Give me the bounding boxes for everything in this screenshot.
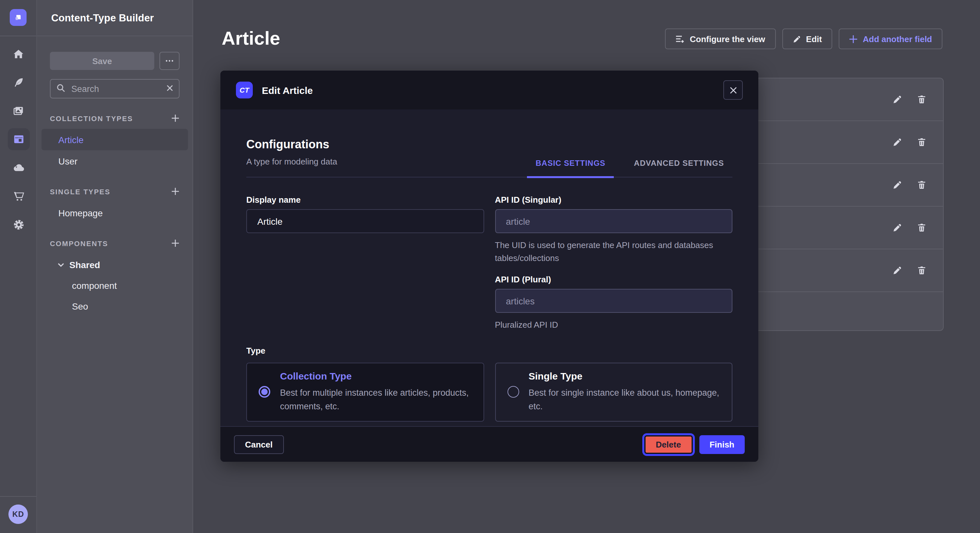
sidebar-item-article[interactable]: Article: [41, 129, 188, 150]
configure-list-icon: [676, 34, 685, 43]
app-window: KD Content-Type Builder Save: [0, 0, 980, 533]
add-component-icon[interactable]: [171, 239, 180, 247]
api-id-plural-input[interactable]: [495, 289, 732, 313]
close-modal-button[interactable]: [723, 80, 743, 100]
edit-field-icon[interactable]: [892, 265, 902, 275]
edit-field-icon[interactable]: [892, 223, 902, 233]
rail-bottom-divider: [0, 496, 36, 497]
page-title: Article: [222, 28, 280, 49]
cancel-button[interactable]: Cancel: [234, 435, 283, 454]
feather-icon[interactable]: [8, 71, 30, 93]
sidebar-search: [50, 79, 180, 98]
sidebar-item-user[interactable]: User: [41, 150, 188, 171]
collection-type-option[interactable]: Collection Type Best for multiple instan…: [246, 362, 484, 421]
edit-field-icon[interactable]: [892, 180, 902, 190]
trash-icon[interactable]: [917, 95, 926, 104]
display-name-label: Display name: [246, 195, 484, 205]
tab-basic-settings[interactable]: BASIC SETTINGS: [527, 159, 614, 178]
chevron-down-icon: [58, 263, 64, 266]
delete-button[interactable]: Delete: [644, 435, 692, 454]
api-id-plural-label: API ID (Plural): [495, 274, 732, 284]
sidebar-group-shared[interactable]: Shared: [41, 254, 188, 275]
trash-icon[interactable]: [917, 137, 926, 147]
settings-gear-icon[interactable]: [8, 214, 30, 236]
content-type-badge: CT: [236, 82, 253, 98]
more-actions-button[interactable]: [159, 52, 180, 70]
modal-title: Edit Article: [262, 84, 313, 95]
edit-field-icon[interactable]: [892, 137, 902, 147]
trash-icon[interactable]: [917, 265, 926, 275]
pencil-icon: [792, 35, 801, 43]
main-nav-rail: KD: [0, 0, 37, 533]
section-single-types: SINGLE TYPES: [50, 187, 180, 195]
home-icon[interactable]: [8, 43, 30, 65]
sidebar-item-seo[interactable]: Seo: [41, 296, 188, 317]
api-id-singular-input[interactable]: [495, 209, 732, 233]
single-type-title: Single Type: [528, 371, 720, 382]
display-name-input[interactable]: [246, 209, 484, 233]
save-button[interactable]: Save: [50, 52, 154, 70]
radio-unselected-icon[interactable]: [507, 386, 519, 398]
strapi-logo[interactable]: [10, 9, 27, 26]
add-single-type-icon[interactable]: [171, 187, 180, 195]
user-avatar[interactable]: KD: [8, 504, 28, 524]
search-icon: [56, 84, 65, 93]
configure-view-button[interactable]: Configure the view: [665, 29, 776, 49]
trash-icon[interactable]: [917, 223, 926, 233]
api-id-singular-helper: The UID is used to generate the API rout…: [495, 239, 728, 264]
marketplace-cart-icon[interactable]: [8, 185, 30, 207]
modal-footer: Cancel Delete Finish: [220, 426, 758, 462]
finish-button[interactable]: Finish: [699, 435, 745, 454]
section-components: COMPONENTS: [50, 239, 180, 247]
single-type-option[interactable]: Single Type Best for single instance lik…: [495, 362, 732, 421]
clear-search-icon[interactable]: [166, 84, 174, 92]
plugin-sidebar: Content-Type Builder Save COLLECTION TYP…: [37, 0, 193, 533]
modal-header: CT Edit Article: [220, 71, 758, 109]
media-library-icon[interactable]: [8, 100, 30, 122]
api-id-plural-field: API ID (Plural) Pluralized API ID: [495, 274, 732, 331]
api-id-singular-field: API ID (Singular) The UID is used to gen…: [495, 195, 732, 264]
edit-button[interactable]: Edit: [782, 29, 832, 49]
search-input[interactable]: [50, 79, 180, 98]
collection-type-description: Best for multiple instances like article…: [280, 387, 471, 413]
trash-icon[interactable]: [917, 180, 926, 190]
settings-tabs: BASIC SETTINGS ADVANCED SETTINGS: [527, 159, 732, 177]
collection-type-title: Collection Type: [280, 371, 471, 382]
tab-advanced-settings[interactable]: ADVANCED SETTINGS: [625, 159, 732, 177]
add-collection-type-icon[interactable]: [171, 114, 180, 122]
rail-divider: [0, 36, 36, 36]
api-id-singular-label: API ID (Singular): [495, 195, 732, 205]
ellipsis-icon: [165, 60, 174, 62]
cloud-icon[interactable]: [8, 157, 30, 179]
radio-selected-icon[interactable]: [259, 386, 270, 398]
display-name-field: Display name: [246, 195, 484, 264]
sidebar-item-component[interactable]: component: [41, 275, 188, 296]
close-icon: [730, 86, 737, 94]
content-type-builder-icon[interactable]: [8, 128, 30, 150]
plus-icon: [849, 35, 858, 43]
type-label: Type: [246, 346, 732, 355]
plugin-title: Content-Type Builder: [37, 0, 192, 24]
add-another-field-button[interactable]: Add another field: [839, 29, 942, 49]
configurations-subheading: A type for modeling data: [246, 157, 337, 167]
sidebar-item-homepage[interactable]: Homepage: [41, 202, 188, 224]
api-id-plural-helper: Pluralized API ID: [495, 319, 728, 331]
single-type-description: Best for single instance like about us, …: [528, 387, 720, 413]
configurations-heading: Configurations: [246, 138, 337, 152]
edit-field-icon[interactable]: [892, 95, 902, 104]
section-collection-types: COLLECTION TYPES: [50, 114, 180, 122]
edit-article-modal: CT Edit Article Configurations A type fo…: [220, 71, 758, 462]
